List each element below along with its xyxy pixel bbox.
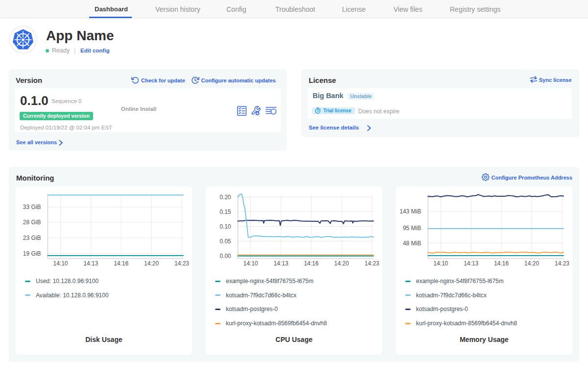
svg-text:14:20: 14:20 xyxy=(144,260,159,267)
svg-text:14:20: 14:20 xyxy=(524,260,539,267)
svg-text:0.15: 0.15 xyxy=(220,209,231,215)
svg-text:14:20: 14:20 xyxy=(334,260,349,267)
svg-text:14:13: 14:13 xyxy=(273,260,288,267)
svg-text:33 GiB: 33 GiB xyxy=(23,204,41,210)
svg-text:14:23: 14:23 xyxy=(174,260,189,267)
svg-text:95 MiB: 95 MiB xyxy=(403,225,421,232)
svg-text:28 GiB: 28 GiB xyxy=(23,219,41,226)
svg-text:0.00: 0.00 xyxy=(220,253,231,260)
svg-text:14:16: 14:16 xyxy=(304,260,318,267)
svg-text:0.05: 0.05 xyxy=(220,238,231,245)
svg-text:143 MiB: 143 MiB xyxy=(399,208,421,215)
svg-text:14:23: 14:23 xyxy=(365,260,379,267)
svg-text:14:10: 14:10 xyxy=(53,260,68,267)
svg-text:48 MiB: 48 MiB xyxy=(403,240,421,247)
svg-text:23 GiB: 23 GiB xyxy=(23,235,41,241)
svg-text:14:13: 14:13 xyxy=(83,260,98,267)
svg-text:14:10: 14:10 xyxy=(433,260,448,267)
svg-text:14:10: 14:10 xyxy=(243,260,258,267)
svg-text:14:16: 14:16 xyxy=(114,260,128,267)
svg-text:19 GiB: 19 GiB xyxy=(23,250,41,257)
svg-text:14:13: 14:13 xyxy=(464,260,478,267)
svg-text:14:16: 14:16 xyxy=(494,260,509,267)
svg-text:14:23: 14:23 xyxy=(555,260,569,267)
svg-text:0.10: 0.10 xyxy=(220,223,231,230)
svg-text:0.20: 0.20 xyxy=(220,194,231,201)
